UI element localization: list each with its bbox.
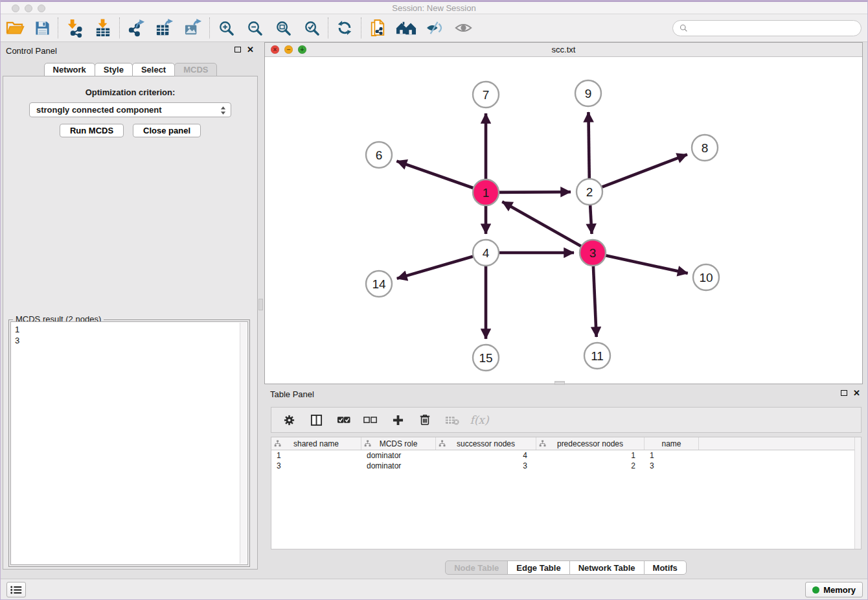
graph-edge-3-10[interactable] xyxy=(604,255,688,273)
trash-icon xyxy=(419,413,431,426)
toolbar-separator xyxy=(58,17,58,38)
hide-selected-button[interactable] xyxy=(420,16,449,40)
search-icon xyxy=(680,24,688,32)
apply-function-button[interactable]: f(x) xyxy=(470,410,489,430)
table-row[interactable]: 3dominator323 xyxy=(271,461,861,471)
column-header-successor-nodes[interactable]: successor nodes xyxy=(436,437,536,450)
tab-network-table[interactable]: Network Table xyxy=(569,560,645,575)
graph-node-label: 4 xyxy=(483,246,490,260)
first-neighbors-button[interactable] xyxy=(392,16,420,40)
tab-style[interactable]: Style xyxy=(95,63,133,76)
table-cell[interactable]: 4 xyxy=(436,451,536,460)
tab-mcds[interactable]: MCDS xyxy=(174,63,217,76)
export-image-icon xyxy=(184,19,203,38)
column-header-predecessor-nodes[interactable]: predecessor nodes xyxy=(536,437,645,450)
mcds-result-line: 3 xyxy=(15,335,237,346)
close-panel-icon[interactable]: ✕ xyxy=(853,389,860,397)
close-panel-button[interactable]: Close panel xyxy=(133,124,201,137)
save-floppy-icon xyxy=(34,20,51,36)
apply-layout-button[interactable] xyxy=(330,16,359,40)
save-session-button[interactable] xyxy=(29,16,56,40)
table-toolbar: f(x) xyxy=(271,407,862,433)
graph-node-label: 6 xyxy=(376,148,383,162)
unselect-all-columns-button[interactable] xyxy=(361,410,380,430)
main-toolbar xyxy=(0,14,868,42)
column-header-name[interactable]: name xyxy=(645,437,699,450)
mcds-result-area[interactable]: 13 xyxy=(10,321,248,565)
table-cell[interactable]: dominator xyxy=(361,461,436,470)
column-header-label: shared name xyxy=(293,439,339,448)
import-table-icon xyxy=(94,19,113,38)
show-columns-button[interactable] xyxy=(306,410,326,430)
network-minimize-button[interactable]: – xyxy=(284,45,293,54)
zoom-selected-icon xyxy=(304,20,320,36)
graph-edge-1-6[interactable] xyxy=(396,161,475,189)
export-network-button[interactable] xyxy=(122,16,150,40)
control-panel-header: Control Panel ✕ xyxy=(0,42,262,59)
export-image-button[interactable] xyxy=(179,16,207,40)
table-cell[interactable]: 3 xyxy=(645,461,699,470)
memory-button[interactable]: Memory xyxy=(805,582,863,597)
zoom-fit-button[interactable] xyxy=(269,16,297,40)
zoom-out-button[interactable] xyxy=(240,16,269,40)
eye-slash-icon xyxy=(426,21,444,35)
table-cell[interactable]: 1 xyxy=(645,451,699,460)
graph-node-label: 15 xyxy=(479,351,492,365)
table-cell[interactable]: 3 xyxy=(271,461,361,470)
table-cell[interactable]: 2 xyxy=(536,461,645,470)
export-table-button[interactable] xyxy=(150,16,179,40)
checked-boxes-icon xyxy=(337,416,350,424)
tab-select[interactable]: Select xyxy=(132,63,175,76)
tab-motifs[interactable]: Motifs xyxy=(644,560,687,575)
column-header-label: predecessor nodes xyxy=(557,439,623,448)
tab-network[interactable]: Network xyxy=(44,63,95,76)
table-cell[interactable]: 1 xyxy=(536,451,645,460)
float-panel-icon[interactable] xyxy=(841,390,847,396)
table-scrollbar[interactable] xyxy=(854,437,861,549)
table-row[interactable]: 1dominator411 xyxy=(271,450,861,461)
toolbar-separator xyxy=(209,17,210,38)
graph-edge-2-3[interactable] xyxy=(590,203,592,234)
run-mcds-button[interactable]: Run MCDS xyxy=(60,124,124,137)
table-cell[interactable]: 1 xyxy=(271,451,361,460)
close-panel-icon[interactable]: ✕ xyxy=(247,45,254,54)
new-network-from-selection-button[interactable] xyxy=(363,16,392,40)
graph-edge-2-8[interactable] xyxy=(600,154,687,187)
delete-row-button[interactable] xyxy=(415,410,435,430)
zoom-selected-button[interactable] xyxy=(297,16,326,40)
column-header-shared-name[interactable]: shared name xyxy=(271,437,361,450)
tab-node-table[interactable]: Node Table xyxy=(445,560,508,575)
graph-edge-4-14[interactable] xyxy=(397,256,475,279)
float-panel-icon[interactable] xyxy=(234,47,241,52)
search-input[interactable] xyxy=(692,23,854,33)
open-session-button[interactable] xyxy=(1,16,29,40)
toolbar-separator xyxy=(361,17,361,38)
graph-edge-1-2[interactable] xyxy=(497,192,571,192)
graph-edge-3-11[interactable] xyxy=(593,264,597,337)
table-settings-button[interactable] xyxy=(279,410,299,430)
show-all-button[interactable] xyxy=(449,16,477,40)
network-close-button[interactable]: × xyxy=(271,45,279,54)
search-box[interactable] xyxy=(672,20,862,36)
vertical-splitter-handle[interactable] xyxy=(258,299,263,310)
network-canvas[interactable]: 7968124314101511 xyxy=(265,58,862,384)
table-cell[interactable]: dominator xyxy=(361,451,436,460)
graph-edge-2-9[interactable] xyxy=(588,112,589,180)
status-bar: Memory xyxy=(0,579,868,600)
network-maximize-button[interactable]: + xyxy=(298,45,306,54)
graph-edge-3-1[interactable] xyxy=(502,202,582,247)
graph-node-label: 11 xyxy=(591,349,604,363)
select-all-columns-button[interactable] xyxy=(334,410,353,430)
optimization-criterion-select[interactable]: strongly connected component xyxy=(29,102,231,117)
table-cell[interactable]: 3 xyxy=(436,461,536,470)
import-table-button[interactable] xyxy=(89,16,117,40)
add-row-button[interactable] xyxy=(388,410,407,430)
task-history-button[interactable] xyxy=(6,582,26,597)
horizontal-splitter-handle[interactable] xyxy=(554,381,565,385)
column-header-MCDS-role[interactable]: MCDS role xyxy=(361,437,436,450)
zoom-in-button[interactable] xyxy=(212,16,240,40)
result-scrollbar[interactable] xyxy=(240,323,247,564)
import-network-button[interactable] xyxy=(60,16,89,40)
delete-table-button[interactable] xyxy=(442,410,462,430)
tab-edge-table[interactable]: Edge Table xyxy=(507,560,569,575)
